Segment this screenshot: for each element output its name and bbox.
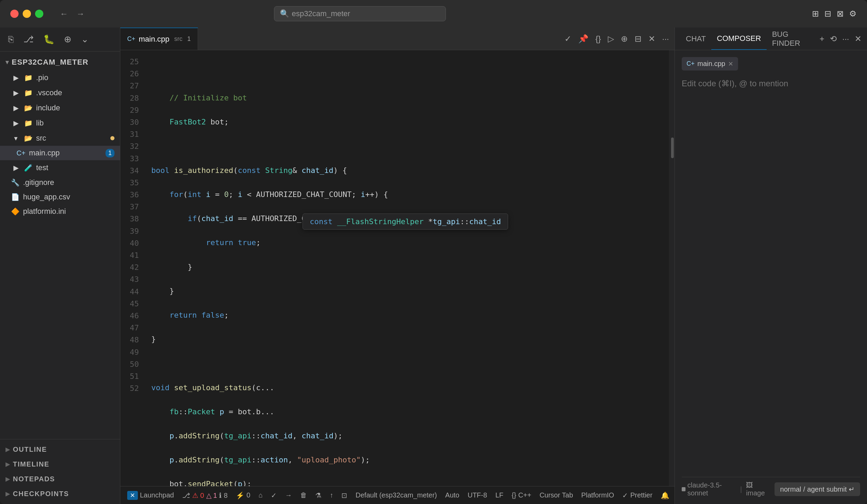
split-icon[interactable]: ⊕: [621, 34, 628, 44]
close-panel-icon[interactable]: ✕: [855, 34, 861, 44]
status-indent[interactable]: Cursor Tab: [539, 491, 573, 499]
code-line-30: for(int i = 0; i < AUTHORIZED_CHAT_COUNT…: [151, 189, 662, 201]
code-editor: 25 26 27 28 29 30 31 32 33 34 35 36 37 3…: [120, 50, 674, 486]
status-monitor[interactable]: ⊡: [341, 491, 347, 500]
mode-agent: agent: [807, 485, 824, 493]
minimize-button[interactable]: [23, 10, 31, 18]
status-env[interactable]: Default (esp32cam_meter): [355, 491, 437, 499]
status-home[interactable]: ⌂: [258, 491, 263, 499]
copy-icon[interactable]: ⎘: [8, 34, 14, 45]
outline-toggle[interactable]: ▶ OUTLINE: [0, 442, 120, 457]
status-run[interactable]: →: [285, 491, 292, 499]
status-trash[interactable]: 🗑: [300, 491, 307, 499]
submit-label: submit: [826, 485, 847, 493]
model-selector[interactable]: claude-3.5-sonnet: [682, 481, 736, 497]
sidebar-item-include[interactable]: ▶ 📂 include: [0, 100, 120, 116]
status-upload[interactable]: ↑: [330, 491, 333, 499]
close-tab-icon[interactable]: ✕: [649, 34, 655, 44]
remove-file-icon[interactable]: ✕: [728, 60, 733, 68]
code-line-28: [151, 140, 662, 152]
submit-button[interactable]: normal / agent submit ↵: [774, 482, 860, 496]
status-encoding[interactable]: UTF-8: [468, 491, 487, 499]
tab-bug-finder[interactable]: BUG FINDER: [767, 28, 820, 50]
prettier-icon: ✓: [622, 491, 628, 500]
maximize-button[interactable]: [35, 10, 43, 18]
sidebar-label-test: test: [36, 163, 48, 172]
sidebar-item-test[interactable]: ▶ 🧪 test: [0, 160, 120, 175]
status-platform[interactable]: PlatformIO: [581, 491, 614, 499]
chevron-icon: ▶: [6, 461, 10, 468]
tab-composer[interactable]: COMPOSER: [711, 28, 766, 50]
back-button[interactable]: ←: [57, 8, 71, 20]
status-prettier[interactable]: ✓ Prettier: [622, 491, 652, 500]
folder-icon: ▶: [11, 88, 21, 98]
composer-file-chip[interactable]: C+ main.cpp ✕: [682, 57, 738, 71]
status-check[interactable]: ✓: [271, 491, 277, 500]
sidebar-item-vscode[interactable]: ▶ 📁 .vscode: [0, 85, 120, 100]
brackets-icon[interactable]: {}: [596, 34, 601, 44]
debug-icon[interactable]: 🐛: [43, 34, 54, 45]
sidebar-item-gitignore[interactable]: 🔧 .gitignore: [0, 175, 120, 190]
more-panel-icon[interactable]: ···: [842, 34, 849, 44]
sidebar-item-lib[interactable]: ▶ 📁 lib: [0, 116, 120, 131]
submit-icon: ↵: [849, 485, 855, 493]
code-line-41: p.addString(tg_api::action, "upload_phot…: [151, 454, 662, 466]
sidebar-item-src[interactable]: ▾ 📂 src: [0, 131, 120, 146]
sidebar-project-header[interactable]: ▾ ESP32CAM_METER: [0, 54, 120, 70]
status-auto[interactable]: Auto: [445, 491, 459, 499]
status-launchpad[interactable]: ✕ Launchpad: [127, 491, 174, 500]
tab-main-cpp[interactable]: C+ main.cpp src 1: [120, 28, 198, 50]
image-option[interactable]: 🖼 image: [746, 481, 770, 497]
forward-button[interactable]: →: [74, 8, 87, 20]
more-icon[interactable]: ⌄: [81, 34, 89, 45]
outline-label: OUTLINE: [13, 446, 47, 453]
composer-tab-label: COMPOSER: [717, 34, 761, 43]
status-git[interactable]: ⎇ ⚠ 0 △ 1 ℹ 8: [182, 491, 227, 500]
status-lang[interactable]: {} C++: [512, 491, 531, 499]
check-icon[interactable]: ✓: [565, 34, 571, 44]
code-content[interactable]: // Initialize bot FastBot2 bot; bool is_…: [144, 50, 669, 486]
notepads-toggle[interactable]: ▶ NOTEPADS: [0, 472, 120, 486]
status-bell[interactable]: 🔔: [661, 491, 669, 500]
scroll-thumb[interactable]: [671, 138, 674, 158]
layout-icon-1[interactable]: ⊞: [812, 9, 819, 19]
scroll-indicator[interactable]: [669, 50, 674, 486]
sidebar-item-pio[interactable]: ▶ 📁 .pio: [0, 70, 120, 85]
timeline-label: TIMELINE: [13, 460, 50, 468]
tab-chat[interactable]: CHAT: [680, 28, 711, 50]
add-tab-icon[interactable]: +: [820, 34, 824, 44]
image-label: image: [746, 489, 764, 497]
close-button[interactable]: [10, 10, 19, 18]
sidebar-item-main-cpp[interactable]: C+ main.cpp 1: [0, 146, 120, 160]
code-line-32: return true;: [151, 237, 662, 249]
sidebar-item-huge-app[interactable]: 📄 huge_app.csv: [0, 190, 120, 204]
prettier-label: Prettier: [630, 491, 652, 499]
code-line-34: }: [151, 285, 662, 297]
sidebar-bottom-sections: ▶ OUTLINE ▶ TIMELINE ▶ NOTEPADS ▶ CHECKP…: [0, 439, 120, 504]
history-icon[interactable]: ⟲: [830, 34, 837, 44]
search-text: esp32cam_meter: [292, 9, 350, 18]
file-icon-include: 📂: [24, 104, 33, 112]
layout-icon-2[interactable]: ⊟: [824, 9, 831, 19]
more-tab-icon[interactable]: ···: [662, 34, 669, 44]
layout-icon[interactable]: ⊟: [635, 34, 642, 44]
composer-input[interactable]: [682, 76, 860, 477]
settings-icon[interactable]: ⚙: [849, 9, 857, 19]
sidebar-item-platformio[interactable]: 🔶 platformio.ini: [0, 204, 120, 219]
sidebar-label-gitignore: .gitignore: [23, 178, 54, 187]
editor-area: C+ main.cpp src 1 ✓ 📌 {} ▷ ⊕ ⊟ ✕ ···: [120, 28, 674, 504]
pin-icon[interactable]: 📌: [578, 34, 589, 44]
sidebar-label-vscode: .vscode: [36, 88, 62, 97]
timeline-toggle[interactable]: ▶ TIMELINE: [0, 457, 120, 472]
chevron-icon: ▶: [6, 491, 10, 497]
status-flask[interactable]: ⚗: [315, 491, 321, 500]
status-ports[interactable]: ⚡ 0: [236, 491, 250, 500]
checkpoints-toggle[interactable]: ▶ CHECKPOINTS: [0, 486, 120, 501]
extensions-icon[interactable]: ⊕: [64, 34, 72, 45]
project-name: ESP32CAM_METER: [12, 58, 88, 67]
run-icon[interactable]: ▷: [608, 34, 614, 44]
layout-icon-3[interactable]: ⊠: [837, 9, 844, 19]
search-bar[interactable]: 🔍 esp32cam_meter: [274, 6, 446, 21]
status-eol[interactable]: LF: [495, 491, 503, 499]
git-icon[interactable]: ⎇: [23, 34, 34, 45]
